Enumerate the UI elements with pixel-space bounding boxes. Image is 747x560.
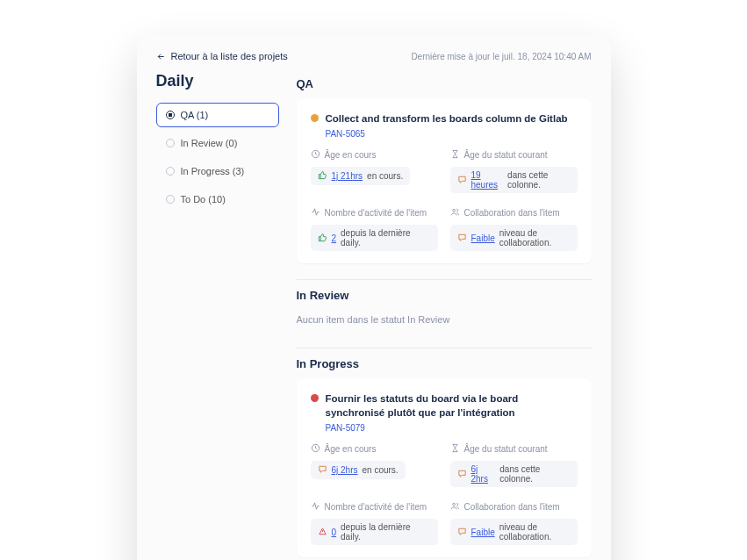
issue-card: Collect and transform les boards column … [297, 99, 592, 263]
issue-header: Collect and transform les boards column … [311, 111, 578, 126]
stat-status-age: Âge du statut courant19 heures dans cett… [450, 149, 578, 193]
tab-label: To Do (10) [181, 194, 226, 205]
issue-title[interactable]: Collect and transform les boards column … [326, 111, 568, 126]
activity-icon [311, 207, 320, 219]
back-link[interactable]: Retour à la liste des projets [156, 51, 288, 61]
stat-pill: 1j 21hrs en cours. [311, 167, 411, 185]
section-heading: In Progress [297, 352, 592, 379]
stat-value[interactable]: 1j 21hrs [332, 171, 363, 181]
stat-heading: Âge en cours [311, 443, 438, 455]
svg-point-1 [452, 209, 455, 212]
tab-label: In Progress (3) [181, 166, 245, 176]
issue-key[interactable]: PAN-5065 [326, 129, 578, 139]
tab-label: In Review (0) [181, 138, 238, 148]
stats-grid: Âge en cours6j 2hrs en cours.Âge du stat… [311, 443, 578, 545]
radio-icon [166, 111, 175, 119]
stat-heading: Collaboration dans l'item [450, 501, 578, 513]
clock-icon [311, 443, 320, 455]
section-heading: In Review [297, 284, 592, 311]
stat-heading: Collaboration dans l'item [450, 207, 578, 219]
stat-pill: 6j 2hrs en cours. [311, 461, 406, 479]
tab-list: QA (1)In Review (0)In Progress (3)To Do … [156, 103, 279, 212]
last-updated: Dernière mise à jour le juil. 18, 2024 1… [411, 52, 591, 61]
radio-icon [166, 195, 175, 204]
stat-suffix: depuis la dernière daily. [341, 522, 430, 542]
topbar: Retour à la liste des projets Dernière m… [156, 51, 592, 61]
tab-1[interactable]: In Review (0) [156, 131, 279, 155]
stat-heading: Âge du statut courant [450, 149, 578, 161]
stat-value[interactable]: 6j 2hrs [471, 464, 496, 484]
msg-icon [457, 233, 467, 244]
page-title: Daily [156, 72, 279, 90]
stat-suffix: en cours. [367, 171, 403, 181]
stat-pill: 6j 2hrs dans cette colonne. [450, 461, 578, 487]
issue-header: Fournir les statuts du board via le boar… [311, 391, 578, 420]
stat-heading: Âge en cours [311, 149, 438, 161]
stat-suffix: dans cette colonne. [507, 170, 570, 190]
issue-key[interactable]: PAN-5079 [326, 423, 578, 433]
section-heading: QA [297, 72, 592, 99]
stat-pill: 0 depuis la dernière daily. [311, 519, 438, 545]
status-dot-icon [311, 114, 319, 122]
tab-2[interactable]: In Progress (3) [156, 159, 279, 183]
stat-suffix: niveau de collaboration. [499, 228, 571, 248]
stat-value[interactable]: 6j 2hrs [332, 465, 358, 475]
msg-icon [318, 464, 327, 476]
hourglass-icon [450, 149, 460, 161]
stat-value[interactable]: Faible [471, 233, 495, 243]
main: Daily QA (1)In Review (0)In Progress (3)… [156, 72, 592, 560]
msg-icon [457, 469, 467, 480]
content: QACollect and transform les boards colum… [297, 72, 592, 560]
stat-pill: Faible niveau de collaboration. [450, 519, 578, 545]
stat-pill: 19 heures dans cette colonne. [450, 167, 578, 193]
stat-activity: Nombre d'activité de l'item2 depuis la d… [311, 207, 438, 251]
msg-icon [457, 175, 467, 186]
status-dot-icon [311, 394, 319, 402]
stat-suffix: dans cette colonne. [499, 464, 570, 484]
tab-label: QA (1) [181, 110, 209, 120]
stat-suffix: en cours. [363, 465, 399, 475]
stat-suffix: niveau de collaboration. [499, 522, 571, 542]
stat-value[interactable]: Faible [471, 528, 495, 537]
stat-pill: 2 depuis la dernière daily. [311, 225, 438, 251]
empty-message: Aucun item dans le statut In Review [297, 311, 592, 341]
stat-activity: Nombre d'activité de l'item0 depuis la d… [311, 501, 438, 545]
stat-age: Âge en cours1j 21hrs en cours. [311, 149, 438, 193]
app-window: Retour à la liste des projets Dernière m… [137, 35, 611, 560]
stat-suffix: depuis la dernière daily. [341, 228, 430, 248]
tab-0[interactable]: QA (1) [156, 103, 279, 127]
back-label: Retour à la liste des projets [171, 51, 288, 61]
stat-status-age: Âge du statut courant6j 2hrs dans cette … [450, 443, 578, 487]
activity-icon [311, 501, 320, 513]
stat-heading: Âge du statut courant [450, 443, 578, 455]
sidebar: Daily QA (1)In Review (0)In Progress (3)… [156, 72, 279, 560]
stat-value[interactable]: 19 heures [471, 170, 504, 190]
svg-point-3 [452, 504, 455, 506]
thumb-icon [318, 233, 327, 244]
stat-value[interactable]: 2 [332, 233, 337, 243]
stat-value[interactable]: 0 [332, 528, 337, 537]
issue-card: Fournir les statuts du board via le boar… [297, 379, 592, 557]
stats-grid: Âge en cours1j 21hrs en cours.Âge du sta… [311, 149, 578, 251]
stat-age: Âge en cours6j 2hrs en cours. [311, 443, 438, 487]
msg-icon [457, 527, 467, 538]
tab-3[interactable]: To Do (10) [156, 187, 279, 212]
stat-collab: Collaboration dans l'itemFaible niveau d… [450, 207, 578, 251]
stat-pill: Faible niveau de collaboration. [450, 225, 578, 251]
stat-heading: Nombre d'activité de l'item [311, 207, 438, 219]
issue-title[interactable]: Fournir les statuts du board via le boar… [326, 391, 578, 420]
thumb-icon [318, 170, 327, 182]
users-icon [450, 501, 460, 513]
arrow-left-icon [156, 52, 166, 61]
warn-icon [318, 527, 327, 538]
users-icon [450, 207, 460, 219]
radio-icon [166, 167, 175, 176]
hourglass-icon [450, 443, 460, 455]
radio-icon [166, 139, 175, 147]
stat-heading: Nombre d'activité de l'item [311, 501, 438, 513]
stat-collab: Collaboration dans l'itemFaible niveau d… [450, 501, 578, 545]
clock-icon [311, 149, 320, 161]
